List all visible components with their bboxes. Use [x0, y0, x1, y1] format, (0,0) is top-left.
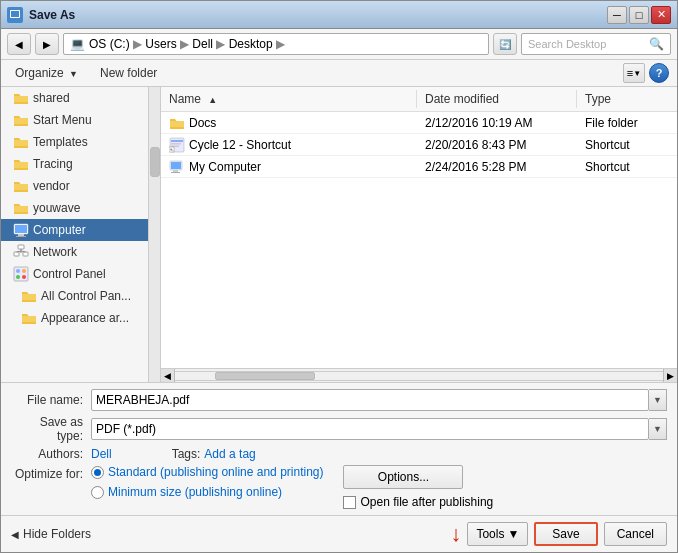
svg-point-14 [22, 269, 26, 273]
filename-input[interactable] [91, 389, 649, 411]
radio-minimum[interactable]: Minimum size (publishing online) [91, 485, 323, 499]
radio-standard[interactable]: Standard (publishing online and printing… [91, 465, 323, 479]
svg-rect-1 [11, 11, 19, 17]
chevron-icon: ◀ [11, 529, 19, 540]
tools-button[interactable]: Tools ▼ [467, 522, 528, 546]
sidebar-item-all-control-panel[interactable]: All Control Pan... [1, 285, 160, 307]
sidebar-item-label: Start Menu [33, 113, 92, 127]
organize-button[interactable]: Organize ▼ [9, 64, 84, 82]
folder-icon [13, 178, 29, 194]
svg-rect-5 [16, 236, 26, 237]
table-row[interactable]: Docs 2/12/2016 10:19 AM File folder [161, 112, 677, 134]
table-row[interactable]: Cycle 12 - Shortcut 2/20/2016 8:43 PM Sh… [161, 134, 677, 156]
sidebar-item-label: All Control Pan... [41, 289, 131, 303]
file-cell-name: My Computer [161, 157, 417, 177]
breadcrumb[interactable]: 💻 OS (C:) ▶ Users ▶ Dell ▶ Desktop ▶ [63, 33, 489, 55]
svg-point-13 [16, 269, 20, 273]
sidebar-item-appearance[interactable]: Appearance ar... [1, 307, 160, 329]
svg-rect-18 [171, 140, 183, 142]
arrow-indicator: ↓ [450, 523, 461, 545]
hide-folders-button[interactable]: ◀ Hide Folders [11, 527, 91, 541]
col-header-date[interactable]: Date modified [417, 90, 577, 108]
sidebar-item-templates[interactable]: Templates [1, 131, 160, 153]
sidebar-item-label: youwave [33, 201, 80, 215]
sidebar-item-label: shared [33, 91, 70, 105]
col-header-name[interactable]: Name ▲ [161, 90, 417, 108]
sidebar-item-network[interactable]: Network [1, 241, 160, 263]
footer: ◀ Hide Folders ↓ Tools ▼ Save Cancel [1, 515, 677, 552]
window-icon [7, 7, 23, 23]
sidebar-item-label: vendor [33, 179, 70, 193]
sidebar-scrollbar[interactable] [148, 87, 160, 382]
svg-rect-25 [171, 172, 180, 173]
svg-rect-4 [18, 234, 24, 236]
svg-rect-23 [171, 162, 181, 169]
authors-value[interactable]: Dell [91, 447, 112, 461]
search-box: Search Desktop 🔍 [521, 33, 671, 55]
sidebar-item-label: Network [33, 245, 77, 259]
window-title: Save As [29, 8, 607, 22]
help-button[interactable]: ? [649, 63, 669, 83]
save-button[interactable]: Save [534, 522, 597, 546]
svg-point-15 [16, 275, 20, 279]
open-file-row: Open file after publishing [343, 495, 493, 509]
sidebar-item-start-menu[interactable]: Start Menu [1, 109, 160, 131]
sidebar-item-youwave[interactable]: youwave [1, 197, 160, 219]
organize-dropdown-arrow: ▼ [69, 69, 78, 79]
breadcrumb-text: OS (C:) ▶ Users ▶ Dell ▶ Desktop ▶ [89, 37, 285, 51]
new-folder-button[interactable]: New folder [92, 64, 165, 82]
window-controls: ─ □ ✕ [607, 6, 671, 24]
cancel-button[interactable]: Cancel [604, 522, 667, 546]
saveastype-input[interactable] [91, 418, 649, 440]
meta-row: Authors: Dell Tags: Add a tag [11, 447, 667, 461]
open-file-checkbox[interactable] [343, 496, 356, 509]
file-type: Shortcut [577, 158, 677, 176]
saveastype-dropdown[interactable]: ▼ [649, 418, 667, 440]
refresh-button[interactable]: 🔄 [493, 33, 517, 55]
search-icon[interactable]: 🔍 [649, 37, 664, 51]
file-cell-name: Cycle 12 - Shortcut [161, 135, 417, 155]
minimize-button[interactable]: ─ [607, 6, 627, 24]
radio-group: Standard (publishing online and printing… [91, 465, 323, 499]
sidebar-item-tracing[interactable]: Tracing [1, 153, 160, 175]
svg-point-16 [22, 275, 26, 279]
folder-icon [13, 200, 29, 216]
svg-rect-6 [18, 245, 24, 249]
sidebar-item-label: Computer [33, 223, 86, 237]
control-panel-icon [13, 266, 29, 282]
svg-rect-19 [171, 143, 181, 145]
file-date: 2/12/2016 10:19 AM [417, 114, 577, 132]
breadcrumb-icon: 💻 [70, 37, 85, 51]
options-button[interactable]: Options... [343, 465, 463, 489]
options-area: Options... Open file after publishing [343, 465, 493, 509]
sidebar-item-shared[interactable]: shared [1, 87, 160, 109]
svg-line-10 [17, 251, 22, 252]
svg-rect-12 [14, 267, 28, 281]
save-as-dialog: Save As ─ □ ✕ ◀ ▶ 💻 OS (C:) ▶ Users ▶ De… [0, 0, 678, 553]
svg-rect-8 [23, 252, 28, 256]
forward-button[interactable]: ▶ [35, 33, 59, 55]
close-button[interactable]: ✕ [651, 6, 671, 24]
svg-rect-3 [15, 225, 27, 233]
tags-value[interactable]: Add a tag [204, 447, 255, 461]
table-row[interactable]: My Computer 2/24/2016 5:28 PM Shortcut [161, 156, 677, 178]
tools-dropdown-arrow: ▼ [507, 527, 519, 541]
authors-label: Authors: [11, 447, 91, 461]
saveastype-label: Save as type: [11, 415, 91, 443]
sidebar-item-control-panel[interactable]: Control Panel [1, 263, 160, 285]
bottom-section: File name: ▼ Save as type: ▼ Authors: De… [1, 382, 677, 515]
shortcut-icon [169, 137, 185, 153]
sidebar-item-label: Appearance ar... [41, 311, 129, 325]
filename-label: File name: [11, 393, 91, 407]
sidebar-item-computer[interactable]: Computer [1, 219, 160, 241]
horizontal-scrollbar[interactable]: ◀ ▶ [161, 368, 677, 382]
sidebar-item-vendor[interactable]: vendor [1, 175, 160, 197]
file-type: Shortcut [577, 136, 677, 154]
maximize-button[interactable]: □ [629, 6, 649, 24]
view-button[interactable]: ≡▼ [623, 63, 645, 83]
folder-icon [169, 115, 185, 131]
col-header-type[interactable]: Type [577, 90, 677, 108]
filename-dropdown[interactable]: ▼ [649, 389, 667, 411]
sidebar-item-label: Tracing [33, 157, 73, 171]
back-button[interactable]: ◀ [7, 33, 31, 55]
